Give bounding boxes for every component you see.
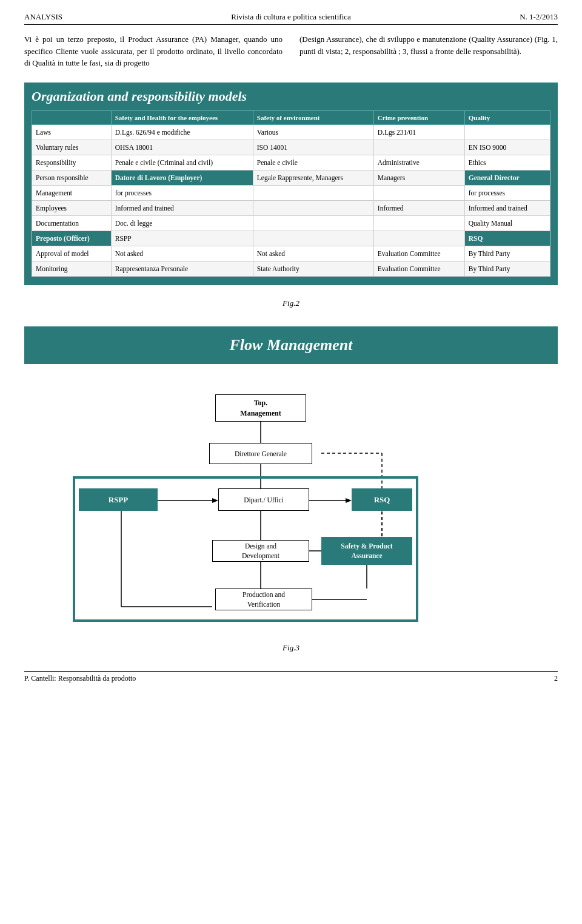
cell-col3	[373, 140, 464, 155]
flow-box-production: Production and Verification	[215, 588, 312, 610]
cell-label: Preposto (Officer)	[32, 231, 112, 246]
col-header-3: Crime prevention	[373, 110, 464, 124]
cell-col4: for processes	[464, 185, 550, 200]
cell-col4: EN ISO 9000	[464, 140, 550, 155]
col-header-4: Quality	[464, 110, 550, 124]
cell-label: Management	[32, 185, 112, 200]
flow-outer-border-right	[416, 476, 418, 622]
cell-label: Documentation	[32, 216, 112, 231]
cell-col4: RSQ	[464, 231, 550, 246]
cell-col4: Informed and trained	[464, 200, 550, 215]
svg-marker-12	[346, 498, 352, 503]
table-row: Managementfor processesfor processes	[32, 185, 550, 200]
cell-col4: General Director	[464, 170, 550, 185]
cell-col1: Not asked	[111, 246, 253, 261]
cell-col4: By Third Party	[464, 261, 550, 277]
cell-col3: Evaluation Committee	[373, 261, 464, 277]
org-table: Safety and Health for the employees Safe…	[32, 110, 550, 277]
fig2-label: Fig.2	[24, 298, 558, 308]
table-row: DocumentationDoc. di leggeQuality Manual	[32, 216, 550, 231]
header-center: Rivista di cultura e politica scientific…	[231, 12, 350, 22]
cell-label: Employees	[32, 200, 112, 215]
cell-col1: for processes	[111, 185, 253, 200]
fig3-label: Fig.3	[24, 643, 558, 653]
table-row: Preposto (Officer)RSPPRSQ	[32, 231, 550, 246]
cell-col3: Managers	[373, 170, 464, 185]
flow-box-design: Design and Development	[212, 540, 309, 562]
cell-col4	[464, 124, 550, 140]
cell-label: Monitoring	[32, 261, 112, 277]
cell-col1: Rappresentanza Personale	[111, 261, 253, 277]
col-header-0	[32, 110, 112, 124]
header-left: ANALYSIS	[24, 12, 62, 22]
flow-box-direttore: Direttore Generale	[209, 443, 312, 464]
flow-outer-border-top	[73, 476, 418, 479]
cell-col2	[253, 231, 373, 246]
cell-col2: Legale Rappresente, Managers	[253, 170, 373, 185]
flow-diagram: Top. Management Direttore Generale RSPP …	[24, 382, 558, 637]
flow-box-rsq: RSQ	[352, 488, 412, 511]
table-header-row: Safety and Health for the employees Safe…	[32, 110, 550, 124]
page-footer: P. Cantelli: Responsabilità da prodotto …	[24, 671, 558, 683]
flow-box-safety: Safety & Product Assurance	[321, 537, 412, 565]
table-row: ResponsibilityPenale e civile (Criminal …	[32, 155, 550, 170]
table-row: Person responsibleDatore di Lavoro (Empl…	[32, 170, 550, 185]
intro-col-left: Vi è poi un terzo preposto, il Product A…	[24, 33, 283, 69]
cell-col3	[373, 216, 464, 231]
cell-col3: Evaluation Committee	[373, 246, 464, 261]
cell-col1: RSPP	[111, 231, 253, 246]
intro-col-right: (Design Assurance), che di sviluppo e ma…	[299, 33, 558, 69]
svg-marker-8	[212, 498, 218, 503]
cell-col2: Various	[253, 124, 373, 140]
org-title: Organization and responsibility models	[32, 89, 550, 104]
col-header-2: Safety of environment	[253, 110, 373, 124]
cell-col2	[253, 216, 373, 231]
table-row: EmployeesInformed and trainedInformedInf…	[32, 200, 550, 215]
cell-col3	[373, 185, 464, 200]
footer-right: 2	[554, 674, 558, 683]
flow-outer-border-bottom	[73, 619, 418, 622]
cell-col1: Datore di Lavoro (Employer)	[111, 170, 253, 185]
cell-col3	[373, 231, 464, 246]
intro-columns: Vi è poi un terzo preposto, il Product A…	[24, 33, 558, 69]
col-header-1: Safety and Health for the employees	[111, 110, 253, 124]
page-header: ANALYSIS Rivista di cultura e politica s…	[24, 12, 558, 25]
cell-col3: D.Lgs 231/01	[373, 124, 464, 140]
cell-col1: D.Lgs. 626/94 e modifiche	[111, 124, 253, 140]
cell-label: Laws	[32, 124, 112, 140]
flow-box-top-management: Top. Management	[215, 394, 306, 422]
flow-title: Flow Management	[24, 326, 558, 364]
footer-left: P. Cantelli: Responsabilità da prodotto	[24, 674, 136, 683]
cell-col4: By Third Party	[464, 246, 550, 261]
cell-col2	[253, 200, 373, 215]
table-row: Approval of modelNot askedNot askedEvalu…	[32, 246, 550, 261]
flow-outer-border-left	[73, 476, 75, 622]
cell-label: Approval of model	[32, 246, 112, 261]
cell-col2: ISO 14001	[253, 140, 373, 155]
table-row: Voluntary rulesOHSA 18001ISO 14001EN ISO…	[32, 140, 550, 155]
cell-col1: Penale e civile (Criminal and civil)	[111, 155, 253, 170]
cell-label: Responsibility	[32, 155, 112, 170]
cell-label: Person responsible	[32, 170, 112, 185]
cell-col2: Not asked	[253, 246, 373, 261]
header-right: N. 1-2/2013	[520, 12, 558, 22]
cell-col2: State Authority	[253, 261, 373, 277]
cell-col1: OHSA 18001	[111, 140, 253, 155]
table-row: LawsD.Lgs. 626/94 e modificheVariousD.Lg…	[32, 124, 550, 140]
cell-col4: Ethics	[464, 155, 550, 170]
cell-col1: Doc. di legge	[111, 216, 253, 231]
table-row: MonitoringRappresentanza PersonaleState …	[32, 261, 550, 277]
flow-box-rspp: RSPP	[79, 488, 158, 511]
cell-col4: Quality Manual	[464, 216, 550, 231]
cell-col3: Administrative	[373, 155, 464, 170]
cell-col2: Penale e civile	[253, 155, 373, 170]
org-section: Organization and responsibility models S…	[24, 83, 558, 286]
flow-box-dipart: Dipart./ Uffici	[218, 488, 309, 511]
cell-col3: Informed	[373, 200, 464, 215]
cell-label: Voluntary rules	[32, 140, 112, 155]
cell-col2	[253, 185, 373, 200]
flow-section: Flow Management	[24, 326, 558, 637]
cell-col1: Informed and trained	[111, 200, 253, 215]
